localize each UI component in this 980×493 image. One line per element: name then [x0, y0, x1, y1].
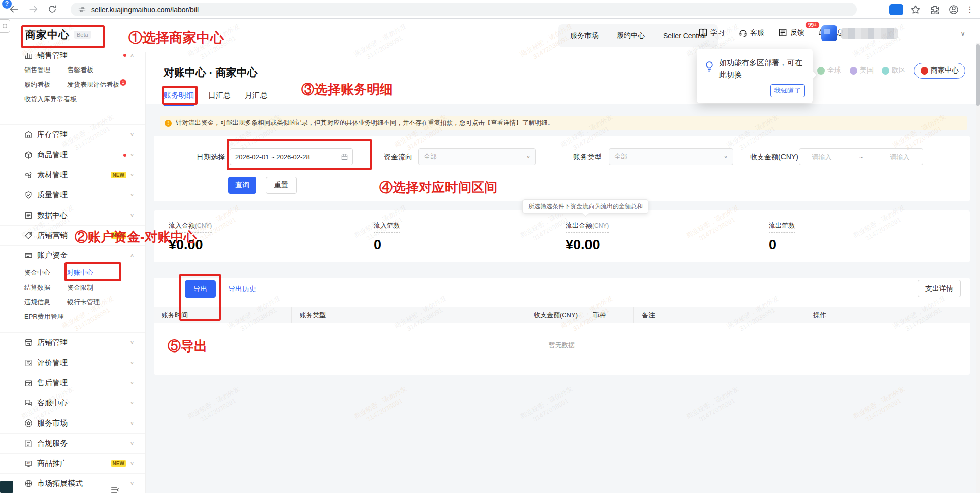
expense-detail-button[interactable]: 支出详情 — [918, 280, 961, 297]
sidebar-collapse-icon[interactable] — [110, 485, 121, 493]
tab-月汇总[interactable]: 月汇总 — [245, 91, 268, 106]
sidebar-group-label: 商品推广 — [37, 459, 68, 468]
sidebar-group-库存管理[interactable]: 库存管理∨ — [0, 124, 145, 145]
region-欧区[interactable]: 欧区 — [882, 66, 906, 75]
sidebar-group-label: 销售管理 — [37, 52, 68, 60]
url-bar[interactable]: seller.kuajingmaihuo.com/labor/bill — [71, 3, 857, 16]
sidebar-item-违规信息[interactable]: 违规信息 — [24, 298, 67, 307]
reset-button[interactable]: 重置 — [266, 177, 297, 194]
region-circle-icon — [817, 67, 825, 75]
site-settings-icon[interactable] — [78, 5, 86, 14]
browser-bar: seller.kuajingmaihuo.com/labor/bill ⋮ — [0, 0, 980, 19]
avatar[interactable] — [821, 25, 837, 41]
stat-unit: (CNY) — [592, 222, 609, 229]
region-商家中心[interactable]: 商家中心 — [914, 63, 965, 79]
sidebar-item-收货入库异常看板[interactable]: 收货入库异常看板 — [24, 95, 77, 104]
sidebar-item-资金限制[interactable]: 资金限制 — [67, 283, 93, 292]
product-icon — [24, 151, 33, 159]
export-button[interactable]: 导出 — [185, 280, 216, 298]
sidebar-group-质量管理[interactable]: 质量管理∨ — [0, 185, 145, 205]
browser-menu-icon[interactable]: ⋮ — [966, 5, 974, 14]
sidebar-group-销售管理[interactable]: 销售管理∧ — [0, 52, 145, 62]
sidebar-item-label: 收货入库异常看板 — [24, 95, 77, 103]
forward-icon[interactable] — [28, 4, 38, 14]
amount-max-input[interactable] — [877, 153, 923, 161]
chevron-down-icon: ∨ — [130, 400, 134, 405]
sales-chart-icon — [24, 52, 33, 60]
nav-item[interactable]: 服务市场 — [570, 31, 599, 40]
sidebar-group-素材管理[interactable]: 素材管理NEW∨ — [0, 165, 145, 185]
sidebar-item-对账中心[interactable]: 对账中心 — [67, 268, 93, 277]
sidebar-item-结算数据[interactable]: 结算数据 — [24, 283, 67, 292]
sidebar-item-销售管理[interactable]: 销售管理 — [24, 65, 67, 75]
header-link-客服[interactable]: 客服 — [738, 28, 764, 37]
bookmark-star-icon[interactable] — [910, 5, 921, 15]
sidebar-item-履约看板[interactable]: 履约看板 — [24, 80, 67, 89]
sidebar-item-发货表现评估看板[interactable]: 发货表现评估看板1 — [67, 80, 126, 89]
flow-select[interactable]: 全部 ∨ — [418, 148, 536, 165]
floating-widget[interactable] — [0, 19, 10, 33]
sidebar-group-label: 评价管理 — [37, 358, 68, 368]
quality-icon — [24, 191, 33, 199]
sidebar-group-商品推广[interactable]: AD商品推广NEW∨ — [0, 453, 145, 473]
minimized-widget[interactable] — [0, 481, 13, 493]
sidebar-group-售后管理[interactable]: 售后管理∨ — [0, 373, 145, 393]
sidebar-item-label: 违规信息 — [24, 298, 50, 306]
pinned-extension-icon[interactable] — [889, 4, 903, 15]
tab-日汇总[interactable]: 日汇总 — [208, 91, 231, 106]
sidebar-group-市场拓展模式[interactable]: 市场拓展模式∨ — [0, 473, 145, 493]
column-header-备注: 备注 — [634, 307, 805, 323]
range-separator: ~ — [844, 153, 877, 161]
type-select[interactable]: 全部 ∨ — [609, 148, 733, 165]
sidebar-group-label: 素材管理 — [37, 170, 68, 180]
sidebar-group-账户资金[interactable]: 账户资金∧ — [0, 245, 145, 265]
sidebar-group-服务市场[interactable]: 服务市场∨ — [0, 413, 145, 433]
table-card: 导出 导出历史 支出详情 账务时间账务类型收支金额(CNY)币种备注操作 暂无数… — [154, 278, 970, 375]
account-chevron-down-icon[interactable]: ∨ — [960, 29, 965, 37]
sidebar-group-商品管理[interactable]: 商品管理∨ — [0, 145, 145, 165]
reload-icon[interactable] — [47, 4, 57, 14]
widget-circle-icon — [3, 24, 7, 28]
chevron-down-icon: ∨ — [130, 461, 134, 466]
got-it-button[interactable]: 我知道了 — [770, 84, 805, 97]
scrollbar-thumb[interactable] — [976, 44, 980, 106]
nav-item[interactable]: 履约中心 — [617, 31, 645, 40]
url-text: seller.kuajingmaihuo.com/labor/bill — [91, 6, 199, 14]
sidebar-group-label: 售后管理 — [37, 378, 68, 388]
funds-icon — [24, 251, 33, 260]
stat-value: 0 — [374, 237, 400, 253]
amount-min-input[interactable] — [799, 153, 844, 161]
sidebar-group-店铺营销[interactable]: 店铺营销NEW∨ — [0, 225, 145, 245]
table-header: 账务时间账务类型收支金额(CNY)币种备注操作 — [154, 307, 970, 323]
extensions-puzzle-icon[interactable] — [930, 5, 940, 15]
sidebar-item-EPR费用管理[interactable]: EPR费用管理 — [24, 312, 64, 321]
sidebar-item-银行卡管理[interactable]: 银行卡管理 — [67, 298, 100, 307]
region-美国[interactable]: 美国 — [850, 66, 874, 75]
book-icon — [698, 28, 708, 37]
sidebar-group-合规服务[interactable]: 合规服务∨ — [0, 433, 145, 453]
sidebar-item-资金中心[interactable]: 资金中心 — [24, 268, 67, 277]
sidebar-group-客服中心[interactable]: 客服中心∨ — [0, 393, 145, 413]
shop-icon — [24, 338, 33, 347]
sidebar-group-店铺管理[interactable]: 店铺管理∨ — [0, 332, 145, 353]
chevron-down-icon: ∨ — [130, 340, 134, 345]
date-range-input[interactable] — [230, 148, 353, 165]
browser-profile-icon[interactable] — [949, 5, 959, 15]
chevron-down-icon: ∨ — [130, 152, 134, 157]
message-count-badge: 99+ — [805, 21, 820, 29]
header-link-学习[interactable]: 学习 — [698, 28, 725, 37]
stat-label: 流出笔数 — [769, 222, 795, 229]
date-range-value[interactable] — [230, 153, 341, 161]
export-history-link[interactable]: 导出历史 — [228, 285, 256, 294]
header-link-反馈[interactable]: 反馈 — [778, 28, 804, 37]
sidebar-item-售罄看板[interactable]: 售罄看板 — [67, 65, 93, 75]
sidebar-group-评价管理[interactable]: 评价管理∨ — [0, 353, 145, 373]
stat-value: 0 — [769, 237, 795, 253]
app-logo[interactable]: 商家中心 — [25, 28, 70, 42]
lightbulb-icon — [704, 61, 715, 72]
new-badge: NEW — [111, 460, 126, 467]
region-全球[interactable]: 全球 — [817, 66, 841, 75]
search-button[interactable]: 查询 — [228, 177, 256, 194]
sidebar-group-数据中心[interactable]: 数据中心∨ — [0, 205, 145, 225]
tab-账务明细[interactable]: 账务明细 — [164, 91, 194, 106]
